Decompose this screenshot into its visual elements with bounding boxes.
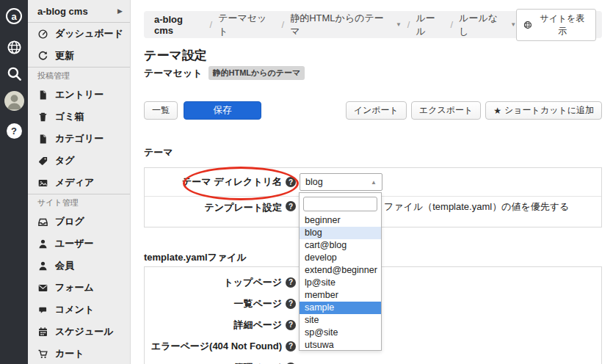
dropdown-option-beginner[interactable]: beginner <box>300 214 381 227</box>
dropdown-option-cart-blog[interactable]: cart@blog <box>300 239 381 252</box>
dropdown-option-extend-beginner[interactable]: extend@beginner <box>300 264 381 277</box>
breadcrumb-separator: / <box>407 19 410 30</box>
tag-icon <box>37 156 48 167</box>
ablogcms-logo-icon[interactable]: a <box>6 8 22 24</box>
sidebar-item-label: タグ <box>55 154 75 167</box>
sidebar-item-category[interactable]: カテゴリー <box>28 128 130 150</box>
dropdown-option-develop[interactable]: develop <box>300 252 381 264</box>
breadcrumb-separator: / <box>282 19 285 30</box>
dropdown-option-list: beginner blog cart@blog develop extend@b… <box>300 214 381 350</box>
help-icon[interactable]: ? <box>286 320 296 330</box>
add-shortcut-button[interactable]: ★ ショートカットに追加 <box>485 101 602 120</box>
breadcrumb-item-ablogcms[interactable]: a-blog cms <box>154 14 204 36</box>
sidebar-item-member[interactable]: 会員 <box>28 255 130 277</box>
breadcrumb-item-rule[interactable]: ルール <box>416 12 444 38</box>
dropdown-search-input[interactable] <box>303 197 377 211</box>
sidebar-item-comment[interactable]: コメント <box>28 299 130 321</box>
breadcrumb-item-norule[interactable]: ルールなし <box>459 12 507 38</box>
import-button[interactable]: インポート <box>346 101 407 120</box>
search-icon[interactable] <box>7 66 22 81</box>
refresh-icon <box>37 51 48 62</box>
star-icon: ★ <box>493 106 501 116</box>
sidebar-item-schedule[interactable]: スケジュール <box>28 321 130 343</box>
yaml-section-heading: template.yamlファイル <box>144 251 247 264</box>
app-window: a ? a-blog cms ▶ ダッシュボード 更新 投稿管理 エントリー ゴ… <box>0 0 613 364</box>
theme-section-heading: テーマ <box>144 146 173 159</box>
dropdown-option-utsuwa[interactable]: utsuwa <box>300 339 381 350</box>
sidebar-item-trash[interactable]: ゴミ箱 <box>28 106 130 128</box>
breadcrumb-item-themeset[interactable]: テーマセット <box>218 12 275 38</box>
sidebar-item-cart[interactable]: カート <box>28 343 130 364</box>
sidebar-item-label: ユーザー <box>55 237 94 250</box>
view-site-label: サイトを表示 <box>536 12 589 37</box>
trash-icon <box>37 112 48 123</box>
sidebar-item-entry[interactable]: エントリー <box>28 84 130 106</box>
document-icon <box>37 134 48 145</box>
sidebar-item-label: カート <box>55 347 84 360</box>
theme-directory-value: blog <box>305 177 323 187</box>
dropdown-option-lp-site[interactable]: lp@site <box>300 277 381 289</box>
help-icon[interactable]: ? <box>286 201 296 211</box>
help-icon[interactable]: ? <box>286 341 296 352</box>
toolbar: 一覧 保存 インポート エクスポート ★ ショートカットに追加 <box>144 101 602 120</box>
sidebar-section-site-management: サイト管理 <box>28 194 130 211</box>
sidebar-header-label: a-blog cms <box>37 6 88 17</box>
sidebar-item-label: 更新 <box>55 49 74 62</box>
sidebar-item-label: ブログ <box>55 215 84 228</box>
dropdown-option-blog[interactable]: blog <box>300 227 381 239</box>
sidebar-item-form[interactable]: フォーム <box>28 277 130 299</box>
admin-page-label: 管理ページ <box>145 361 282 364</box>
sidebar-item-label: エントリー <box>55 88 104 101</box>
sidebar: a-blog cms ▶ ダッシュボード 更新 投稿管理 エントリー ゴミ箱 カ… <box>28 0 131 364</box>
dropdown-option-member[interactable]: member <box>300 289 381 302</box>
index-page-label: 一覧ページ <box>145 297 282 310</box>
sidebar-item-label: フォーム <box>55 281 94 294</box>
theme-directory-dropdown: beginner blog cart@blog develop extend@b… <box>299 192 382 351</box>
main-content: a-blog cms / テーマセット / 静的HTMLからのテーマ ▼ / ル… <box>131 0 613 364</box>
avatar[interactable] <box>4 91 24 111</box>
sidebar-item-tag[interactable]: タグ <box>28 150 130 172</box>
caret-down-icon[interactable]: ▼ <box>510 21 516 28</box>
inbox-icon <box>37 216 48 228</box>
sidebar-item-user[interactable]: ユーザー <box>28 233 130 255</box>
breadcrumb-item-theme[interactable]: 静的HTMLからのテーマ <box>290 12 392 38</box>
sidebar-item-blog[interactable]: ブログ <box>28 211 130 233</box>
caret-down-icon[interactable]: ▼ <box>396 21 402 28</box>
help-icon[interactable]: ? <box>286 177 296 187</box>
sidebar-item-dashboard[interactable]: ダッシュボード <box>28 23 130 45</box>
dropdown-option-sp-site[interactable]: sp@site <box>300 327 381 339</box>
user-icon <box>37 239 48 250</box>
help-icon[interactable]: ? <box>286 299 296 309</box>
help-icon[interactable]: ? <box>7 123 22 139</box>
sidebar-header-ablogcms[interactable]: a-blog cms ▶ <box>28 0 130 23</box>
theme-directory-label: テーマ ディレクトリ名 <box>145 175 282 189</box>
document-icon <box>37 90 48 101</box>
save-button[interactable]: 保存 <box>184 101 261 120</box>
sidebar-item-label: ゴミ箱 <box>55 110 84 123</box>
dropdown-option-site[interactable]: site <box>300 314 381 327</box>
list-button[interactable]: 一覧 <box>144 101 178 120</box>
sidebar-item-label: ダッシュボード <box>55 27 123 40</box>
sidebar-item-media[interactable]: メディア <box>28 172 130 194</box>
sidebar-item-label: 会員 <box>55 259 74 272</box>
globe-icon[interactable] <box>7 40 22 55</box>
breadcrumb: a-blog cms / テーマセット / 静的HTMLからのテーマ ▼ / ル… <box>144 11 602 38</box>
form-icon <box>37 283 48 294</box>
sidebar-item-label: メディア <box>55 176 94 189</box>
export-button[interactable]: エクスポート <box>411 101 481 120</box>
sidebar-section-post-management: 投稿管理 <box>28 67 130 84</box>
sidebar-item-update[interactable]: 更新 <box>28 45 130 67</box>
calendar-icon <box>37 327 48 338</box>
detail-page-label: 詳細ページ <box>145 318 282 332</box>
themeset-label: テーマセット <box>144 67 203 80</box>
dropdown-option-sample[interactable]: sample <box>300 302 381 314</box>
top-page-label: トップページ <box>145 276 282 289</box>
global-icon-bar: a ? <box>0 0 28 364</box>
globe-icon <box>523 21 532 29</box>
view-site-button[interactable]: サイトを表示 <box>516 9 596 41</box>
themeset-badge: 静的HTMLからのテーマ <box>208 66 305 80</box>
image-icon <box>37 178 48 189</box>
help-icon[interactable]: ? <box>286 277 296 288</box>
user-icon <box>37 261 48 272</box>
theme-directory-select[interactable]: blog ▲ <box>300 173 382 191</box>
